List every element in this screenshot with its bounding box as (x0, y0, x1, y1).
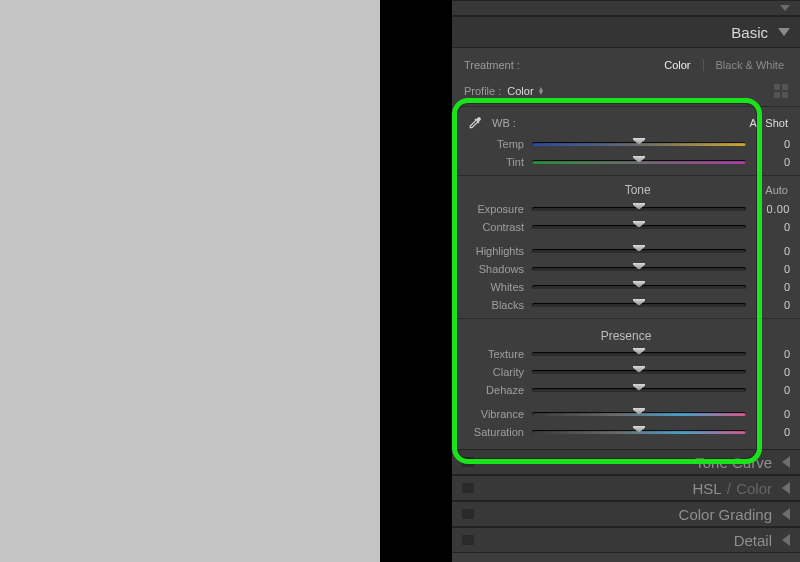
slider-texture: Texture 0 (452, 345, 800, 363)
panel-title: Basic (731, 24, 768, 41)
slider-thumb-icon (633, 366, 645, 378)
contrast-slider[interactable] (532, 220, 746, 234)
slider-label: Temp (462, 138, 532, 150)
slider-thumb-icon (633, 426, 645, 438)
slider-vibrance: Vibrance 0 (452, 405, 800, 423)
texture-slider[interactable] (532, 347, 746, 361)
slider-thumb-icon (633, 245, 645, 257)
slider-label: Texture (462, 348, 532, 360)
chevron-left-icon (782, 508, 790, 520)
slider-label: Exposure (462, 203, 532, 215)
panel-header-detail[interactable]: Detail (452, 527, 800, 553)
slider-dehaze: Dehaze 0 (452, 381, 800, 399)
slider-value[interactable]: 0.00 (746, 203, 790, 215)
slider-tint: Tint 0 (452, 153, 800, 171)
slider-blacks: Blacks 0 (452, 296, 800, 314)
panel-header-hsl-color[interactable]: HSL / Color (452, 475, 800, 501)
slider-clarity: Clarity 0 (452, 363, 800, 381)
whites-slider[interactable] (532, 280, 746, 294)
slider-value[interactable]: 0 (746, 384, 790, 396)
panel-title: Color Grading (679, 506, 772, 523)
profile-browser-button[interactable] (774, 84, 788, 98)
exposure-slider[interactable] (532, 202, 746, 216)
wb-row: WB : As Shot (452, 111, 800, 135)
slider-label: Shadows (462, 263, 532, 275)
treatment-color-button[interactable]: Color (660, 57, 694, 73)
slider-label: Dehaze (462, 384, 532, 396)
slider-value[interactable]: 0 (746, 156, 790, 168)
slider-value[interactable]: 0 (746, 245, 790, 257)
slider-shadows: Shadows 0 (452, 260, 800, 278)
chevron-down-icon (780, 5, 790, 11)
updown-icon: ▲▼ (538, 87, 545, 95)
clarity-slider[interactable] (532, 365, 746, 379)
color-text: Color (736, 480, 772, 497)
slider-value[interactable]: 0 (746, 221, 790, 233)
shadows-slider[interactable] (532, 262, 746, 276)
group-title: Tone (625, 183, 651, 197)
black-gap (380, 0, 452, 562)
panel-switch-icon[interactable] (462, 535, 474, 545)
slider-thumb-icon (633, 408, 645, 420)
panel-switch-icon[interactable] (462, 509, 474, 519)
panel-header-tone-curve[interactable]: Tone Curve (452, 449, 800, 475)
slider-thumb-icon (633, 263, 645, 275)
tint-slider[interactable] (532, 155, 746, 169)
temp-slider[interactable] (532, 137, 746, 151)
chevron-left-icon (782, 534, 790, 546)
panel-header-basic[interactable]: Basic (452, 16, 800, 48)
divider (452, 175, 800, 176)
slider-label: Whites (462, 281, 532, 293)
slider-label: Clarity (462, 366, 532, 378)
panel-switch-icon[interactable] (462, 457, 474, 467)
slider-value[interactable]: 0 (746, 138, 790, 150)
develop-panel: Basic Treatment : Color Black & White Pr… (452, 0, 800, 562)
wb-label: WB : (492, 117, 516, 129)
panel-switch-icon[interactable] (462, 483, 474, 493)
slider-thumb-icon (633, 281, 645, 293)
blacks-slider[interactable] (532, 298, 746, 312)
slider-thumb-icon (633, 384, 645, 396)
slider-label: Contrast (462, 221, 532, 233)
slider-contrast: Contrast 0 (452, 218, 800, 236)
slider-value[interactable]: 0 (746, 348, 790, 360)
dehaze-slider[interactable] (532, 383, 746, 397)
slider-exposure: Exposure 0.00 (452, 200, 800, 218)
slider-highlights: Highlights 0 (452, 242, 800, 260)
auto-button[interactable]: Auto (765, 184, 788, 196)
treatment-bw-button[interactable]: Black & White (712, 57, 788, 73)
chevron-down-icon (778, 28, 790, 36)
slider-saturation: Saturation 0 (452, 423, 800, 441)
slider-thumb-icon (633, 138, 645, 150)
profile-label: Profile : (464, 85, 501, 97)
slider-value[interactable]: 0 (746, 263, 790, 275)
panel-title: HSL / Color (692, 480, 772, 497)
slider-value[interactable]: 0 (746, 426, 790, 438)
slider-thumb-icon (633, 299, 645, 311)
slider-thumb-icon (633, 348, 645, 360)
profile-row: Profile : Color ▲▼ (452, 80, 800, 102)
highlights-slider[interactable] (532, 244, 746, 258)
slider-thumb-icon (633, 221, 645, 233)
slider-label: Blacks (462, 299, 532, 311)
collapsed-panel-top[interactable] (452, 0, 800, 16)
tone-header: Tone Auto (452, 180, 800, 200)
slider-value[interactable]: 0 (746, 299, 790, 311)
treatment-label: Treatment : (464, 59, 520, 71)
panel-header-color-grading[interactable]: Color Grading (452, 501, 800, 527)
wb-dropdown[interactable]: As Shot (749, 117, 788, 129)
eyedropper-icon[interactable] (464, 115, 486, 131)
chevron-left-icon (782, 456, 790, 468)
panel-title: Tone Curve (695, 454, 772, 471)
slider-value[interactable]: 0 (746, 281, 790, 293)
slider-value[interactable]: 0 (746, 408, 790, 420)
vibrance-slider[interactable] (532, 407, 746, 421)
slider-thumb-icon (633, 203, 645, 215)
saturation-slider[interactable] (532, 425, 746, 439)
slider-label: Saturation (462, 426, 532, 438)
treatment-row: Treatment : Color Black & White (452, 52, 800, 78)
slider-whites: Whites 0 (452, 278, 800, 296)
profile-dropdown[interactable]: Color (507, 85, 533, 97)
slider-label: Vibrance (462, 408, 532, 420)
slider-value[interactable]: 0 (746, 366, 790, 378)
